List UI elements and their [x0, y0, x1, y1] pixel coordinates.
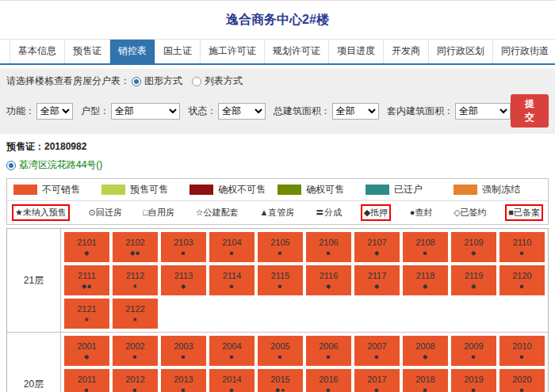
- unit-cell[interactable]: 2119◆: [451, 265, 496, 295]
- unit-cell[interactable]: 2005■: [258, 336, 303, 366]
- unit-number: 2111: [78, 271, 96, 280]
- unit-number: 2105: [270, 238, 289, 247]
- unit-symbols: ■: [327, 354, 331, 360]
- unit-symbols: ■: [230, 284, 235, 290]
- presale-row: 预售证：20180982: [0, 134, 555, 156]
- unit-cell[interactable]: 2116◆: [306, 265, 351, 295]
- legend-status-label: 预售可售: [130, 183, 168, 196]
- legend-symbols: ★未纳入预售⊙回迁房□自用房☆公建配套▲直管房〓分成◆抵押●查封◇已签约■已备案: [7, 201, 548, 224]
- function-select[interactable]: 全部: [36, 103, 73, 120]
- unit-cell[interactable]: 2115■: [258, 265, 303, 295]
- unit-cell[interactable]: 2013■: [161, 369, 206, 392]
- unit-number: 2013: [174, 375, 193, 384]
- unit-number: 2101: [77, 238, 96, 247]
- unit-symbols: ■: [375, 387, 380, 392]
- legend-status-item: 确权不可售: [189, 183, 278, 196]
- unit-cell[interactable]: 2105■: [258, 232, 303, 262]
- unit-number: 2104: [222, 238, 241, 247]
- tab-land-cert[interactable]: 国土证: [155, 40, 200, 63]
- legend-status-item: 不可销售: [13, 183, 101, 196]
- view-mode-list[interactable]: 列表方式: [192, 74, 243, 88]
- legend-symbol-item: ⊙回迁房: [86, 205, 124, 220]
- unit-number: 2115: [271, 271, 290, 280]
- tab-basic-info[interactable]: 基本信息: [10, 40, 64, 63]
- unit-cell[interactable]: 2120■: [500, 265, 545, 295]
- tab-planning-permit[interactable]: 规划许可证: [264, 40, 328, 63]
- unit-number: 2003: [174, 341, 193, 351]
- unit-symbols: ■: [423, 387, 428, 392]
- filter-fields: 功能：全部户型：全部状态：全部总建筑面积：全部套内建筑面积：全部提交: [6, 94, 549, 127]
- unit-cell[interactable]: 2103■: [161, 232, 206, 262]
- unit-cell[interactable]: 2011■: [64, 369, 109, 392]
- unit-symbols: ◆: [423, 284, 428, 290]
- unit-symbols: ■: [520, 284, 525, 290]
- legend-status-label: 不可销售: [42, 183, 80, 196]
- unit-cell[interactable]: 2010■: [500, 336, 545, 366]
- unit-cell[interactable]: 2111◆■: [64, 265, 109, 295]
- status-select[interactable]: 全部: [218, 103, 265, 120]
- unit-symbols: ■: [230, 250, 235, 257]
- unit-cell[interactable]: 2004■: [209, 336, 255, 366]
- unit-symbols: ◆●: [275, 387, 285, 392]
- unit-symbols: ■: [133, 387, 138, 392]
- unit-number: 2103: [174, 238, 193, 247]
- tab-presale-cert[interactable]: 预售证: [64, 40, 109, 63]
- unit-cell[interactable]: 2106■: [306, 232, 351, 262]
- unit-number: 2118: [416, 271, 435, 280]
- unit-cell[interactable]: 2012■: [113, 369, 158, 392]
- tab-project-progress[interactable]: 项目进度: [328, 40, 383, 63]
- unit-cell[interactable]: 2008◆: [403, 336, 448, 366]
- tab-same-district[interactable]: 同行政区划: [428, 40, 492, 63]
- legend-status-label: 已迁户: [394, 183, 423, 196]
- unit-cell[interactable]: 2018■: [403, 369, 448, 392]
- unit-symbols: ■: [278, 250, 283, 257]
- unit-cell[interactable]: 2020■: [500, 369, 545, 392]
- unit-number: 2017: [367, 375, 386, 384]
- unit-cell[interactable]: 2108■: [403, 232, 448, 262]
- unit-cell[interactable]: 2017■: [354, 369, 400, 392]
- tab-construction-permit[interactable]: 施工许可证: [200, 40, 264, 63]
- unit-cell[interactable]: 2003■: [161, 336, 206, 366]
- unit-cell[interactable]: 2002■: [113, 336, 158, 366]
- unit-cell[interactable]: 2122★: [113, 299, 158, 329]
- floor-block: 20层2001◆2002■2003■2004■2005■2006■2007■20…: [7, 332, 548, 392]
- inner-area-select[interactable]: 全部: [455, 103, 511, 120]
- page-title: 逸合商务中心2#楼: [0, 1, 555, 39]
- unit-cell[interactable]: 2102◆■: [113, 232, 158, 262]
- submit-button[interactable]: 提交: [511, 94, 549, 127]
- floor-label: 20层: [7, 333, 61, 392]
- unit-cell[interactable]: 2118◆: [403, 265, 448, 295]
- unit-cell[interactable]: 2101◆: [64, 232, 109, 262]
- unit-symbols: ◆: [423, 354, 428, 360]
- tab-developer[interactable]: 开发商: [383, 40, 428, 63]
- unit-cell[interactable]: 2121★: [64, 299, 109, 329]
- total-area-select[interactable]: 全部: [332, 103, 379, 120]
- unit-cell[interactable]: 2019■: [451, 369, 496, 392]
- unit-cell[interactable]: 2014■: [209, 369, 255, 392]
- unit-cell[interactable]: 2110■: [500, 232, 545, 262]
- unit-cell[interactable]: 2015◆●: [258, 369, 303, 392]
- building-radio[interactable]: 荔湾区浣花路44号(): [0, 156, 555, 176]
- unit-cell[interactable]: 2007■: [354, 336, 400, 366]
- unit-cell[interactable]: 2016■: [306, 369, 351, 392]
- unit-cell[interactable]: 2109◆: [451, 232, 496, 262]
- unit-cell[interactable]: 2107◆: [354, 232, 400, 262]
- floor-label: 21层: [7, 229, 61, 332]
- unit-symbols: ■: [133, 354, 138, 360]
- unit-cell[interactable]: 2009■: [451, 336, 496, 366]
- unit-cell[interactable]: 2006■: [306, 336, 351, 366]
- unit-symbols: ◆: [374, 250, 380, 257]
- unit-cell[interactable]: 2117◆: [354, 265, 400, 295]
- unit-cell[interactable]: 2112★: [113, 265, 158, 295]
- unit-number: 2117: [368, 271, 387, 280]
- legend-swatch: [189, 185, 213, 195]
- unit-cell[interactable]: 2113◆: [161, 265, 206, 295]
- unit-cell[interactable]: 2114■: [209, 265, 255, 295]
- unit-cell[interactable]: 2104■: [209, 232, 255, 262]
- tab-sales-control[interactable]: 销控表: [109, 40, 155, 63]
- unit-cell[interactable]: 2001◆: [64, 336, 109, 366]
- unit-type-select[interactable]: 全部: [111, 103, 180, 120]
- unit-symbols: ◆: [471, 284, 477, 290]
- view-mode-graphic[interactable]: 图形方式: [132, 74, 182, 88]
- tab-same-street[interactable]: 同行政街道: [492, 40, 555, 63]
